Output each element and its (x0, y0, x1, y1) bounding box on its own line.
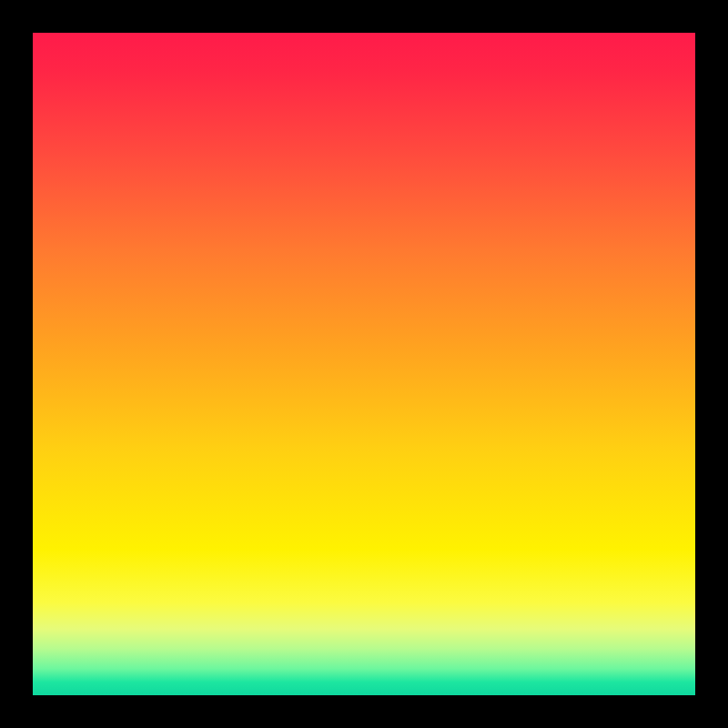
plot-area (33, 33, 695, 695)
chart-frame (0, 0, 728, 728)
curve-layer (33, 33, 695, 695)
dots-layer (33, 33, 695, 695)
